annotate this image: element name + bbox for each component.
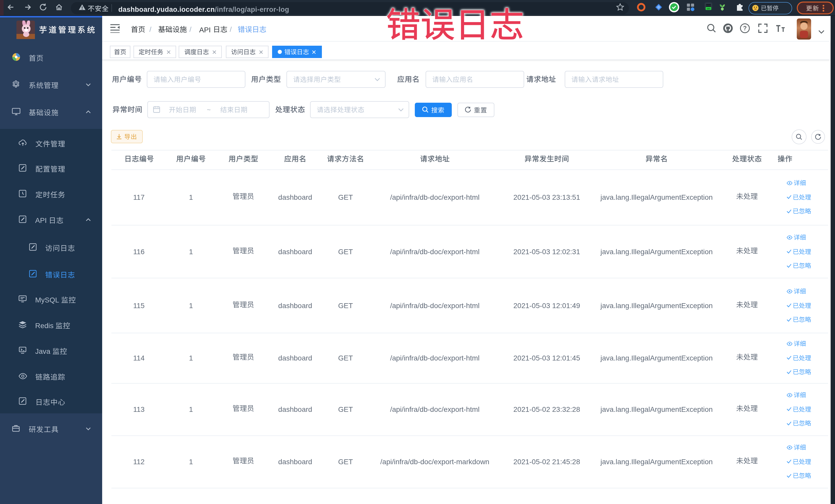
svg-text:?: ?: [743, 25, 747, 31]
svg-text:on: on: [707, 7, 710, 10]
